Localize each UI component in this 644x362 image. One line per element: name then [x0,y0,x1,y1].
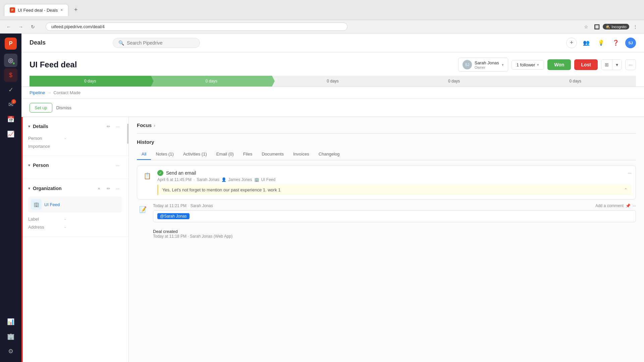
history-tab-all[interactable]: All [137,149,151,160]
help-icon-button[interactable]: ❓ [610,38,621,48]
details-more-icon[interactable]: ··· [114,122,122,130]
focus-arrow-icon: › [154,123,155,128]
sidebar-item-deals[interactable]: $ [4,68,17,82]
org-more-icon[interactable]: ··· [114,184,122,192]
email-activity-expand-icon[interactable]: ⌃ [624,187,628,192]
history-tab-changelog[interactable]: Changelog [314,149,344,160]
pipeline-stage-3[interactable]: 0 days [272,76,393,86]
person-label: Person [28,136,62,141]
org-close-icon[interactable]: × [95,184,103,192]
won-button[interactable]: Won [547,59,571,70]
email-activity-check-icon: ✓ [157,170,163,176]
details-edit-icon[interactable]: ✏ [104,122,112,130]
view-chevron-button[interactable]: ▾ [612,60,622,70]
sidebar-item-activity[interactable]: ◎ [4,54,17,67]
email-activity-title: Send an email [166,170,196,176]
history-tab-files[interactable]: Files [238,149,257,160]
people-icon-button[interactable]: 👥 [581,38,592,48]
more-actions-button[interactable]: ··· [625,59,636,70]
note-pin-icon[interactable]: 📌 [626,203,631,208]
importance-label: Importance [28,144,62,149]
forward-button[interactable]: → [16,22,25,32]
pipeline-stage-1[interactable]: 0 days [30,76,151,86]
pipeline-stage-5[interactable]: 0 days [515,76,636,86]
refresh-button[interactable]: ↻ [28,22,38,32]
owner-info: Sarah Jonas Owner [475,60,499,69]
note-actions: Add a comment 📌 ··· [595,203,636,208]
note-content: @Sarah Jonas [153,210,636,222]
email-activity-meta: April 6 at 11:45 PM · Sarah Jonas 👤 Jame… [157,177,632,182]
search-bar[interactable]: 🔍 [113,38,200,48]
browser-menu-button[interactable]: ⋮ [631,22,640,32]
history-tab-activities[interactable]: Activities (1) [178,149,212,160]
mention-tag[interactable]: @Sarah Jonas [157,213,190,219]
nav-right: + 👥 💡 ❓ SJ [566,38,636,48]
follower-button[interactable]: 1 follower ▾ [512,60,544,70]
new-tab-button[interactable]: + [71,5,80,15]
add-button[interactable]: + [566,38,577,48]
search-input[interactable] [127,40,187,46]
details-actions: ✏ ··· [104,122,122,130]
deal-title: UI Feed deal [30,60,458,69]
note-meta: Today at 11:21 PM · Sarah Jonas Add a co… [153,203,636,208]
sidebar-item-calendar[interactable]: 📅 [4,113,17,126]
user-avatar[interactable]: SJ [625,38,636,48]
org-label-value: - [64,217,66,222]
owner-section[interactable]: SJ Sarah Jonas Owner ▾ [458,58,508,72]
deal-created-date: Today at 11:18 PM [153,234,186,239]
org-edit-icon[interactable]: ✏ [104,184,112,192]
sidebar-item-reports[interactable]: 📊 [4,315,17,328]
address-bar[interactable]: uifeed.pipedrive.com/deal/4 [46,22,347,31]
sidebar-item-organizations[interactable]: 🏢 [4,330,17,343]
history-tab-invoices[interactable]: Invoices [288,149,314,160]
app-layout: P ◎ $ ✓ ✉2 📅 📈 📊 🏢 ⚙ Deals 🔍 + 👥 💡 ❓ SJ [0,34,644,362]
email-activity-more-button[interactable]: ··· [628,170,632,176]
owner-name: Sarah Jonas [475,60,499,65]
sidebar-item-insights[interactable]: 📈 [4,127,17,141]
breadcrumb: Pipeline → Contact Made [21,87,644,99]
tab-title: UI Feed deal - Deals [18,8,58,13]
grid-view-button[interactable]: ⊞ [601,60,612,70]
history-tab-documents[interactable]: Documents [257,149,288,160]
bulb-icon-button[interactable]: 💡 [596,38,606,48]
history-title: History [137,139,636,145]
history-section: History All Notes (1) Activities (1) Ema… [137,134,636,247]
note-body: Today at 11:21 PM · Sarah Jonas Add a co… [153,203,636,222]
bookmark-icon[interactable]: ☆ [581,22,591,32]
org-section-header: ▾ Organization × ✏ ··· [28,184,122,192]
right-panel: Focus › History All Notes (1) Activities… [129,117,644,362]
nav-title: Deals [30,39,46,46]
email-activity-content: Yes, Let's not forget to mention our pas… [157,185,632,195]
note-more-icon[interactable]: ··· [633,203,636,208]
email-meta-sep3: 🏢 [254,177,259,182]
pipeline-stage-2[interactable]: 0 days [151,76,272,86]
org-actions: × ✏ ··· [95,184,122,192]
org-card[interactable]: 🏢 UI Feed [28,196,122,213]
email-activity-icon: 📋 [141,170,153,182]
history-tab-email[interactable]: Email (0) [212,149,238,160]
breadcrumb-pipeline[interactable]: Pipeline [30,90,45,95]
org-address-field: Address - [28,223,122,231]
back-button[interactable]: ← [4,22,13,32]
email-activity-date: April 6 at 11:45 PM [157,177,192,182]
sidebar-item-settings[interactable]: ⚙ [4,345,17,358]
pipeline-stage-4[interactable]: 0 days [393,76,515,86]
person-more-icon[interactable]: ··· [114,161,122,169]
history-tab-notes[interactable]: Notes (1) [151,149,178,160]
sidebar-item-tasks[interactable]: ✓ [4,83,17,97]
browser-tab[interactable]: P UI Feed deal - Deals × [4,4,68,16]
sidebar-logo[interactable]: P [5,38,17,50]
add-comment-button[interactable]: Add a comment [595,203,624,208]
person-title: Person [33,163,111,168]
dismiss-button[interactable]: Dismiss [56,105,72,110]
sidebar-item-email[interactable]: ✉2 [4,98,17,111]
tab-close-icon[interactable]: × [60,8,63,12]
setup-button[interactable]: Set up [30,103,52,113]
top-nav: Deals 🔍 + 👥 💡 ❓ SJ [21,34,644,52]
follower-label: 1 follower [517,62,535,67]
details-section: ▾ Details ✏ ··· Person - Importance [21,117,128,156]
extensions-icon[interactable]: 🔲 [592,22,601,32]
email-activity-card: 📋 ✓ Send an email ··· April 6 at 11:45 P… [137,166,636,199]
lost-button[interactable]: Lost [574,59,598,70]
email-meta-sep2: 👤 [221,177,226,182]
